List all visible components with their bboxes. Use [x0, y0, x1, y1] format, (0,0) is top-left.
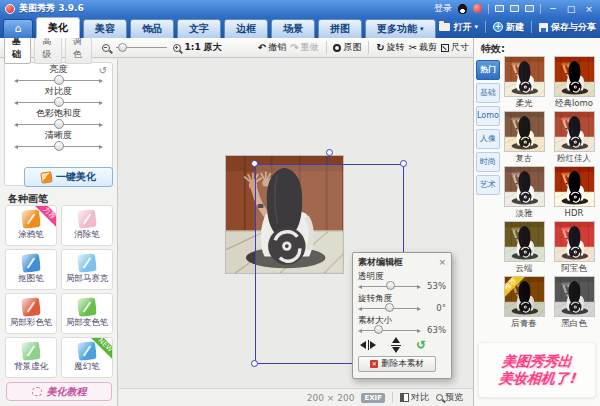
effect-thumbnail[interactable]	[554, 56, 595, 97]
effect-thumbnail[interactable]	[504, 166, 545, 207]
sticker-slider-track[interactable]	[358, 303, 421, 313]
effect-thumbnail[interactable]	[554, 166, 595, 207]
effect-item[interactable]: 推荐 后青春	[500, 276, 548, 328]
slider-track[interactable]	[14, 75, 103, 86]
nav-tab[interactable]: 边框	[224, 19, 268, 38]
slider-track[interactable]	[14, 119, 103, 130]
tutorial-button[interactable]: 美化教程	[6, 382, 112, 401]
undo-button[interactable]: ↶ 撤销	[258, 41, 286, 54]
home-tab[interactable]: ⌂	[3, 19, 33, 38]
nav-tab[interactable]: 美化	[36, 17, 80, 38]
slider-track[interactable]	[14, 97, 103, 108]
nav-tab[interactable]: 饰品	[130, 19, 174, 38]
nav-tab[interactable]: 美容	[83, 19, 127, 38]
slider-handle[interactable]	[54, 141, 64, 151]
meitu-account-icon[interactable]	[473, 4, 482, 13]
effect-item[interactable]: 云端	[500, 221, 548, 273]
nav-tab[interactable]: 拼图	[318, 19, 362, 38]
original-image-button[interactable]: 原图	[333, 41, 361, 54]
nav-tab[interactable]: 文字	[177, 19, 221, 38]
original-size-button[interactable]: 1:1 原大	[185, 41, 222, 54]
nav-tab-more[interactable]: 更多功能▾	[365, 19, 436, 38]
effect-thumbnail[interactable]	[554, 221, 595, 262]
open-button[interactable]: 打开 ▾	[439, 21, 478, 34]
brush-tool-button[interactable]: 消除笔	[61, 205, 113, 246]
effect-item[interactable]: 经典lomo	[550, 56, 598, 108]
tutorial-label: 美化教程	[47, 385, 87, 399]
effect-thumbnail[interactable]	[504, 56, 545, 97]
redo-button[interactable]: ↷ 重做	[290, 41, 318, 54]
status-bar: 200 × 200 EXIF 对比 预览	[119, 388, 473, 406]
effect-item[interactable]: 粉红佳人	[550, 111, 598, 163]
rotation-handle[interactable]	[326, 149, 333, 156]
effect-category-tab[interactable]: 基础	[476, 83, 500, 103]
flip-vertical-icon[interactable]	[391, 337, 401, 353]
effect-item[interactable]: 柔光	[500, 56, 548, 108]
effect-thumbnail[interactable]	[504, 221, 545, 262]
effect-item[interactable]: 黑白色	[550, 276, 598, 328]
effect-item[interactable]: 复古	[500, 111, 548, 163]
effect-thumbnail[interactable]	[554, 276, 595, 317]
rotate-button[interactable]: ↻ 旋转	[376, 41, 404, 54]
effect-category-tab[interactable]: 人像	[476, 129, 500, 149]
one-key-beautify-button[interactable]: 一键美化	[24, 167, 113, 187]
selection-handle-bottom-left[interactable]	[251, 360, 258, 367]
zoom-slider[interactable]	[116, 44, 167, 52]
selection-handle-top-right[interactable]	[400, 160, 407, 167]
effect-item[interactable]: 阿宝色	[550, 221, 598, 273]
close-button[interactable]: ×	[583, 3, 595, 15]
brush-tool-button[interactable]: 背景虚化	[5, 337, 57, 378]
zoom-in-icon[interactable]	[173, 44, 181, 52]
delete-sticker-button[interactable]: ✕ 删除本素材	[358, 356, 436, 372]
brush-tool-button[interactable]: 局部变色笔	[61, 293, 113, 334]
effect-thumbnail[interactable]: 推荐	[504, 276, 545, 317]
brush-tool-button[interactable]: 抠图笔	[5, 249, 57, 290]
chevron-down-icon: ▾	[474, 23, 478, 31]
redo-icon: ↷	[290, 42, 298, 53]
minimize-button[interactable]: ─	[547, 3, 559, 15]
brush-tool-button[interactable]: 力荐 涂鸦笔	[5, 205, 57, 246]
effect-thumbnail[interactable]	[554, 111, 595, 152]
ad-banner[interactable]: 美图秀秀出 美妆相机了!	[478, 342, 596, 398]
brush-tool-button[interactable]: NEW 魔幻笔	[61, 337, 113, 378]
sticker-slider-handle[interactable]	[374, 325, 383, 334]
login-link[interactable]: 登录	[434, 2, 452, 15]
rotate-sticker-icon[interactable]: ↺	[416, 340, 426, 350]
sticker-slider-handle[interactable]	[385, 303, 394, 312]
zoom-slider-handle[interactable]	[118, 43, 127, 52]
exif-badge[interactable]: EXIF	[361, 393, 385, 403]
effect-category-tab[interactable]: 时尚	[476, 152, 500, 172]
selection-handle-top-left[interactable]	[251, 160, 258, 167]
preview-button[interactable]: 预览	[436, 391, 463, 404]
sticker-slider-track[interactable]	[358, 325, 421, 335]
brush-tool-button[interactable]: 局部马赛克	[61, 249, 113, 290]
brush-tool-button[interactable]: 局部彩色笔	[5, 293, 57, 334]
sticker-slider-handle[interactable]	[386, 281, 395, 290]
effect-category-tab[interactable]: 艺术	[476, 175, 500, 195]
slider-track[interactable]	[14, 141, 103, 152]
zoom-out-icon[interactable]	[102, 44, 110, 52]
window-mode-icon[interactable]	[525, 5, 534, 12]
flip-horizontal-icon[interactable]	[360, 340, 376, 350]
crop-button[interactable]: ✂ 裁剪	[409, 41, 437, 54]
compare-button[interactable]: 对比	[400, 391, 429, 404]
effect-item[interactable]: HDR	[550, 166, 598, 218]
slider-handle[interactable]	[54, 75, 64, 85]
save-share-button[interactable]: 保存与分享	[539, 21, 596, 34]
sticker-slider-track[interactable]	[358, 281, 421, 291]
gallery-icon[interactable]	[495, 5, 504, 12]
new-button[interactable]: + 新建	[493, 21, 524, 34]
qq-icon[interactable]	[458, 4, 467, 14]
effect-thumbnail[interactable]	[504, 111, 545, 152]
feedback-icon[interactable]	[510, 5, 519, 12]
effect-category-tab[interactable]: Lomo	[476, 106, 500, 126]
slider-handle[interactable]	[54, 119, 64, 129]
nav-tab[interactable]: 场景	[271, 19, 315, 38]
resize-button[interactable]: 尺寸	[441, 41, 469, 54]
compare-icon	[400, 393, 409, 402]
effect-item[interactable]: 淡雅	[500, 166, 548, 218]
close-icon[interactable]: ×	[438, 258, 446, 267]
slider-handle[interactable]	[54, 97, 64, 107]
effect-category-tab[interactable]: 热门	[476, 60, 500, 80]
maximize-button[interactable]: □	[565, 3, 577, 15]
